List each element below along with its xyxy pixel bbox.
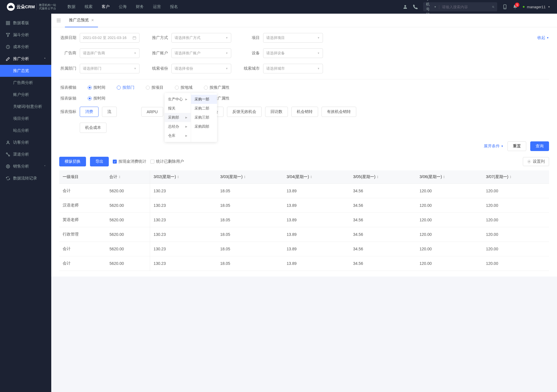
table-cell: 120.00 bbox=[416, 184, 482, 198]
notifications-button[interactable]: 5 bbox=[513, 4, 518, 9]
topmenu-数据[interactable]: 数据 bbox=[67, 4, 75, 9]
haxis-project[interactable]: 按项目 bbox=[146, 85, 163, 90]
phone-icon[interactable] bbox=[413, 4, 418, 9]
city-select[interactable]: 请选择城市 ▼ bbox=[263, 64, 323, 73]
svg-rect-7 bbox=[8, 23, 10, 25]
table-header[interactable]: 3/06(星期一)▲▼ bbox=[416, 170, 482, 184]
advertiser-select[interactable]: 请选择广告商 ▼ bbox=[80, 48, 140, 58]
user-menu[interactable]: manager11 ▼ bbox=[523, 5, 550, 9]
table-header[interactable]: 3/07(星期一)▲▼ bbox=[483, 170, 549, 184]
topmenu-财务[interactable]: 财务 bbox=[136, 4, 144, 9]
cascade-item[interactable]: 报关 bbox=[165, 104, 191, 113]
close-icon[interactable]: ✕ bbox=[91, 18, 94, 22]
table-cell: 5620.00 bbox=[106, 184, 150, 198]
table-cell: 13.89 bbox=[283, 227, 350, 242]
haxis-dept[interactable]: 按部门 bbox=[117, 85, 134, 90]
table-header[interactable]: 3/04(星期一)▲▼ bbox=[283, 170, 350, 184]
reset-button[interactable]: 重置 bbox=[507, 141, 526, 151]
query-button[interactable]: 查询 bbox=[530, 141, 549, 151]
metric-validconv[interactable]: 有效机会销转 bbox=[321, 107, 356, 117]
cascade-item[interactable]: 采购三部 bbox=[191, 113, 217, 122]
cash-checkbox[interactable]: 按现金消费统计 bbox=[113, 159, 146, 164]
sidebar-sub-关键词/创意分析[interactable]: 关键词/创意分析 bbox=[0, 101, 51, 113]
table-cell: 34.56 bbox=[350, 256, 416, 271]
topmenu-运营[interactable]: 运营 bbox=[153, 4, 161, 9]
sidebar-item-推广分析[interactable]: 推广分析˄ bbox=[0, 53, 51, 65]
cascade-item[interactable]: 采购四部 bbox=[191, 122, 217, 131]
svg-point-13 bbox=[7, 166, 9, 167]
metric-label: 报表指标 bbox=[59, 109, 76, 114]
metric-arpu[interactable]: ARPU bbox=[141, 107, 163, 117]
person-icon[interactable] bbox=[403, 4, 408, 9]
sidebar-sub-广告商分析[interactable]: 广告商分析 bbox=[0, 77, 51, 89]
svg-rect-4 bbox=[6, 21, 8, 23]
sidebar-item-漏斗分析[interactable]: 漏斗分析 bbox=[0, 29, 51, 41]
search-input[interactable] bbox=[442, 5, 490, 9]
topmenu-报名[interactable]: 报名 bbox=[170, 4, 178, 9]
haxis-row: 报表横轴 按时间 按部门 按项目 按地域 按推广属性 生产中心▶报关采购部▶总经… bbox=[59, 85, 549, 90]
metric-oppconv[interactable]: 机会销转 bbox=[291, 107, 318, 117]
table-header[interactable]: 合计▲▼ bbox=[106, 170, 150, 184]
sidebar-item-成本分析[interactable]: 成本分析 bbox=[0, 41, 51, 53]
table-cell: 英语老师 bbox=[59, 213, 106, 227]
svg-point-15 bbox=[529, 161, 530, 162]
method-label: 推广方式 bbox=[151, 35, 168, 40]
switch-axis-button[interactable]: 横纵切换 bbox=[59, 157, 86, 166]
collapse-button[interactable]: 收起 ▼ bbox=[537, 35, 549, 40]
sidebar-item-渠道分析[interactable]: 渠道分析 bbox=[0, 148, 51, 160]
haxis-region[interactable]: 按地域 bbox=[175, 85, 193, 90]
metric-revisit[interactable]: 回访数 bbox=[265, 107, 288, 117]
cascade-item[interactable]: 生产中心▶ bbox=[165, 95, 191, 104]
sidebar-item-访客分析[interactable]: 访客分析 bbox=[0, 137, 51, 148]
status-dot bbox=[523, 6, 525, 8]
table-cell: 120.00 bbox=[483, 256, 549, 271]
table-header[interactable]: 3/02(星期一)▲▼ bbox=[150, 170, 217, 184]
province-select[interactable]: 请选择省份 ▼ bbox=[171, 64, 231, 73]
project-select[interactable]: 请选择项目 ▼ bbox=[263, 33, 323, 43]
haxis-promo[interactable]: 按推广属性 bbox=[204, 85, 230, 90]
sidebar-item-销售分析[interactable]: 销售分析˅ bbox=[0, 160, 51, 172]
tab-promotion-overview[interactable]: 推广总预览 ✕ bbox=[65, 14, 98, 27]
sidebar-sub-账户分析[interactable]: 账户分析 bbox=[0, 89, 51, 101]
method-select[interactable]: 请选择推广方式 ▼ bbox=[171, 33, 231, 43]
table-cell: 会计 bbox=[59, 184, 106, 198]
export-button[interactable]: 导出 bbox=[90, 157, 109, 166]
sidebar-item-数据看版[interactable]: 数据看版 bbox=[0, 17, 51, 29]
cascade-item[interactable]: 采购一部 bbox=[191, 95, 217, 104]
haxis-time[interactable]: 按时间 bbox=[88, 85, 105, 90]
dept-select[interactable]: 请选择部门 ▼ bbox=[80, 64, 140, 73]
table-header[interactable]: 3/05(星期一)▲▼ bbox=[350, 170, 416, 184]
metric-flow[interactable]: 流 bbox=[102, 107, 117, 117]
cascade-item[interactable]: 采购部▶ bbox=[165, 113, 191, 122]
metric-row-2: 机会成本 bbox=[59, 123, 549, 133]
sidebar-sub-站点分析[interactable]: 站点分析 bbox=[0, 125, 51, 137]
expand-conditions-button[interactable]: 展开条件 ▼ bbox=[484, 144, 503, 149]
topmenu-客户[interactable]: 客户 bbox=[102, 4, 110, 9]
metric-invalid[interactable]: 反馈无效机会 bbox=[227, 107, 262, 117]
column-settings-button[interactable]: 设置列 bbox=[523, 157, 549, 166]
date-range-input[interactable]: 2021-03-02 至 2021-03-16 bbox=[80, 33, 140, 43]
device-select[interactable]: 请选择设备 ▼ bbox=[263, 48, 323, 58]
cascade-item[interactable]: 采购二部 bbox=[191, 104, 217, 113]
logo[interactable]: 云朵CRM 教育机构一站 式服务云平台 bbox=[7, 3, 56, 11]
metric-oppcost[interactable]: 机会成本 bbox=[80, 123, 107, 133]
cascade-item[interactable]: 仓库▶ bbox=[165, 131, 191, 140]
search-icon[interactable] bbox=[492, 5, 494, 9]
project-label: 项目 bbox=[243, 35, 260, 40]
mobile-icon[interactable] bbox=[502, 4, 507, 9]
sidebar-toggle[interactable] bbox=[54, 15, 64, 26]
sidebar-sub-推广总览[interactable]: 推广总览 bbox=[0, 65, 51, 77]
table-header[interactable]: 3/03(星期一)▲▼ bbox=[217, 170, 283, 184]
sidebar: 数据看版漏斗分析成本分析推广分析˄推广总览广告商分析账户分析关键词/创意分析项目… bbox=[0, 14, 51, 392]
deleted-checkbox[interactable]: 统计已删除用户 bbox=[150, 159, 184, 164]
tab-label: 推广总预览 bbox=[69, 18, 89, 23]
vaxis-time[interactable]: 按时间 bbox=[88, 96, 105, 101]
account-select[interactable]: 请选择推广账户 ▼ bbox=[171, 48, 231, 58]
sidebar-item-数据流转记录[interactable]: 数据流转记录 bbox=[0, 172, 51, 184]
metric-consume[interactable]: 消费 bbox=[80, 107, 99, 117]
table-cell: 120.00 bbox=[416, 242, 482, 256]
topmenu-线索[interactable]: 线索 bbox=[85, 4, 93, 9]
sidebar-sub-项目分析[interactable]: 项目分析 bbox=[0, 113, 51, 125]
topmenu-公海[interactable]: 公海 bbox=[119, 4, 127, 9]
cascade-item[interactable]: 总经办▶ bbox=[165, 122, 191, 131]
